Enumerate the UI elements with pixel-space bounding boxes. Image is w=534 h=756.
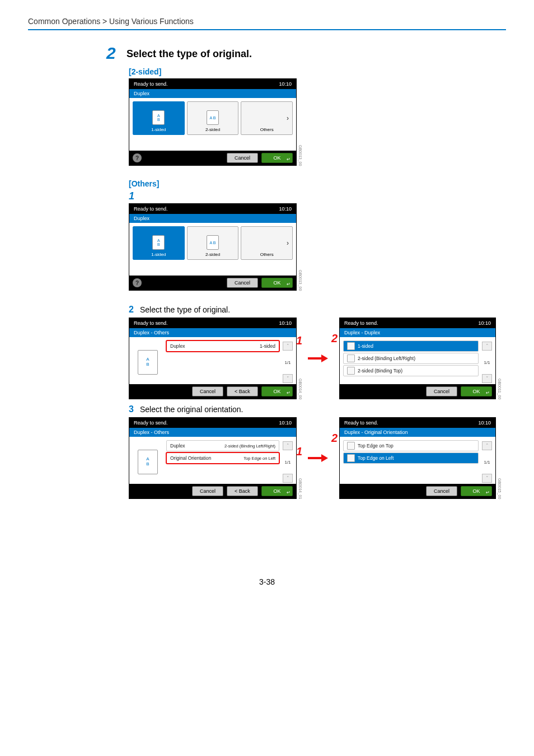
substep-2-text: Select the type of original. xyxy=(140,305,230,314)
panel-clock: 10:10 xyxy=(279,81,292,87)
thumb-icon: AB xyxy=(138,350,158,375)
ok-button[interactable]: OK↵ xyxy=(461,386,492,396)
cancel-button[interactable]: Cancel xyxy=(192,486,223,496)
cancel-button[interactable]: Cancel xyxy=(426,486,457,496)
option-icon xyxy=(347,442,355,450)
tile-others[interactable]: › Others xyxy=(241,101,293,135)
header-rule xyxy=(28,29,506,30)
row-value: 2-sided (Binding Left/Right) xyxy=(224,444,275,449)
panel-status: Ready to send. xyxy=(344,320,378,326)
row-top-edge-left[interactable]: Top Edge on Left xyxy=(343,452,479,464)
cancel-button[interactable]: Cancel xyxy=(192,386,223,396)
page-indicator: 1/1 xyxy=(284,460,291,465)
ok-label: OK xyxy=(273,389,280,394)
callout-1: 1 xyxy=(296,334,302,347)
scroll-down-icon[interactable]: ˅ xyxy=(482,374,492,383)
panel-crumb: Duplex - Others xyxy=(129,428,296,437)
ok-label: OK xyxy=(273,155,280,161)
panel-status: Ready to send. xyxy=(134,420,168,426)
row-2sided-top[interactable]: 2-sided (Binding Top) xyxy=(343,365,479,376)
cancel-button[interactable]: Cancel xyxy=(227,153,258,163)
row-label: 1-sided xyxy=(358,343,475,349)
ref-code: GB0015_00 xyxy=(498,478,502,499)
panel-duplex-2sided: Ready to send. 10:10 Duplex AB 1-sided A… xyxy=(129,78,297,166)
row-2sided-lr[interactable]: 2-sided (Binding Left/Right) xyxy=(343,353,479,364)
ref-code: GB0013_00 xyxy=(298,270,302,291)
page-icon: A B xyxy=(207,235,219,250)
page-indicator: 1/1 xyxy=(484,460,490,465)
panel-crumb: Duplex - Duplex xyxy=(340,328,495,337)
page-indicator: 1/1 xyxy=(484,360,490,365)
enter-icon: ↵ xyxy=(287,390,291,395)
scroll-down-icon[interactable]: ˅ xyxy=(283,474,293,483)
ok-button[interactable]: OK↵ xyxy=(261,486,293,496)
arrow-right-icon xyxy=(308,354,328,362)
row-label: 2-sided (Binding Top) xyxy=(358,368,475,374)
tile-label: 1-sided xyxy=(151,127,166,132)
panel-clock: 10:10 xyxy=(279,420,292,426)
substep-2-num: 2 xyxy=(129,305,140,314)
row-label: Duplex xyxy=(170,343,260,349)
row-duplex[interactable]: Duplex 1-sided xyxy=(166,340,279,352)
enter-icon: ↵ xyxy=(486,390,490,395)
panel-crumb: Duplex - Original Orientation xyxy=(340,428,495,437)
panel-crumb: Duplex xyxy=(129,214,296,223)
scroll-up-icon[interactable]: ˄ xyxy=(482,342,492,351)
tile-2sided[interactable]: A B 2-sided xyxy=(187,226,239,260)
arrow-right-icon xyxy=(308,454,328,462)
subhead-others: [Others] xyxy=(129,179,506,188)
ref-code: GB0014_01 xyxy=(298,478,302,499)
cancel-button[interactable]: Cancel xyxy=(426,386,457,396)
chevron-right-icon: › xyxy=(287,114,289,122)
chevron-right-icon: › xyxy=(287,239,289,247)
tile-1sided[interactable]: AB 1-sided xyxy=(133,101,185,135)
scroll-up-icon[interactable]: ˄ xyxy=(283,342,293,351)
row-1sided[interactable]: 1-sided xyxy=(343,340,479,352)
tile-label: 1-sided xyxy=(151,252,166,257)
scroll-down-icon[interactable]: ˅ xyxy=(283,374,293,383)
callout-1: 1 xyxy=(296,445,302,458)
back-button[interactable]: < Back xyxy=(227,486,258,496)
step-number: 2 xyxy=(106,45,127,62)
tile-2sided[interactable]: A B 2-sided xyxy=(187,101,239,135)
tile-1sided[interactable]: AB 1-sided xyxy=(133,226,185,260)
ok-button[interactable]: OK↵ xyxy=(261,386,293,396)
tile-others[interactable]: › Others xyxy=(241,226,293,260)
row-duplex[interactable]: Duplex 2-sided (Binding Left/Right) xyxy=(166,440,279,451)
callout-2: 2 xyxy=(331,332,338,345)
substep-1: 1 xyxy=(129,190,506,202)
enter-icon: ↵ xyxy=(486,490,490,495)
row-value: 1-sided xyxy=(260,343,275,349)
option-icon xyxy=(347,454,355,462)
thumb-icon: AB xyxy=(138,450,158,474)
row-label: Top Edge on Top xyxy=(358,443,475,449)
row-label: 2-sided (Binding Left/Right) xyxy=(358,356,475,361)
page-icon: AB xyxy=(152,110,165,125)
panel-clock: 10:10 xyxy=(279,320,292,326)
row-top-edge-top[interactable]: Top Edge on Top xyxy=(343,440,479,451)
row-label: Top Edge on Left xyxy=(358,455,475,461)
row-value: Top Edge on Left xyxy=(243,456,275,461)
panel-status: Ready to send. xyxy=(134,81,168,87)
panel-clock: 10:10 xyxy=(478,320,491,326)
row-label: Duplex xyxy=(170,443,224,449)
ok-button[interactable]: OK↵ xyxy=(261,153,293,163)
page-icon: A B xyxy=(207,110,219,125)
row-orientation[interactable]: Original Orientation Top Edge on Left xyxy=(166,452,279,464)
substep-3-text: Select the original orientation. xyxy=(140,405,243,414)
help-icon[interactable]: ? xyxy=(133,153,142,162)
ok-button[interactable]: OK↵ xyxy=(261,278,293,288)
scroll-up-icon[interactable]: ˄ xyxy=(482,441,492,450)
substep-3-num: 3 xyxy=(129,405,140,414)
scroll-down-icon[interactable]: ˅ xyxy=(482,474,492,483)
cancel-button[interactable]: Cancel xyxy=(227,278,258,288)
panel-status: Ready to send. xyxy=(134,206,168,212)
ref-code: GB0014_00 xyxy=(298,379,302,399)
back-button[interactable]: < Back xyxy=(227,386,258,396)
scroll-up-icon[interactable]: ˄ xyxy=(283,441,293,450)
page-icon: AB xyxy=(152,235,165,250)
ok-button[interactable]: OK↵ xyxy=(461,486,492,496)
help-icon[interactable]: ? xyxy=(133,278,142,287)
panel-crumb: Duplex xyxy=(129,89,296,98)
subhead-2sided: [2-sided] xyxy=(129,67,506,76)
